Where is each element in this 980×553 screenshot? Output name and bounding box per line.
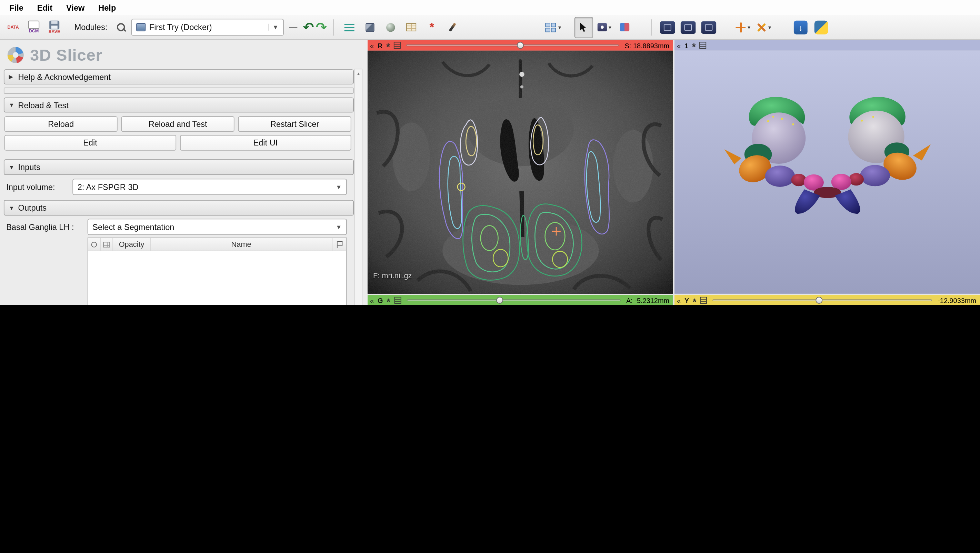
models-icon[interactable] [381, 17, 400, 38]
place-point-icon[interactable]: ▾ [595, 17, 613, 38]
threed-view: « 1 * [675, 40, 980, 294]
tables-icon[interactable] [402, 17, 420, 38]
red-view-label: R [378, 42, 382, 49]
collapse-arrow-icon: ▼ [9, 164, 14, 170]
panel-scrollbar[interactable]: ▲ ▼ [355, 68, 363, 305]
red-slice-canvas[interactable]: F: mri.nii.gz [368, 51, 673, 294]
slicer-window: File Edit View Help DATA DCM SAVE Module… [0, 0, 980, 305]
redo-icon[interactable]: ↷ [316, 21, 327, 33]
opacity-column-header: Opacity [113, 238, 151, 251]
input-volume-select[interactable]: 2: Ax FSPGR 3D ▼ [72, 179, 347, 195]
toolbar-separator [333, 19, 334, 35]
visibility-eye-icon[interactable]: * [387, 299, 390, 304]
green-slice-controller: « G * A: -5.2312mm [368, 295, 673, 305]
section-reload-test[interactable]: ▼ Reload & Test [4, 98, 354, 113]
view-layout: « R * S: 18.8893mm [368, 40, 980, 305]
module-selector[interactable]: First Try (Docker) ▼ [131, 19, 283, 35]
slicer-logo-icon [6, 46, 25, 64]
red-slice-slider[interactable] [406, 42, 619, 49]
menu-file[interactable]: File [2, 3, 30, 12]
extensions-manager-icon[interactable] [791, 17, 810, 38]
load-data-icon[interactable]: DATA [4, 17, 22, 38]
app-logo: 3D Slicer [6, 43, 368, 67]
reload-button[interactable]: Reload [5, 116, 118, 132]
slice-menu-icon[interactable] [394, 297, 401, 304]
view-options-icon[interactable]: * [692, 44, 696, 49]
dicom-icon[interactable]: DCM [24, 17, 43, 38]
table-body-empty[interactable] [88, 251, 347, 305]
slider-handle[interactable] [496, 297, 503, 304]
chevron-down-icon: ▾ [609, 24, 611, 30]
crosshair-icon[interactable]: ▾ [734, 17, 752, 38]
lh-segmentation-table: Opacity Name [88, 238, 347, 305]
edit-button[interactable]: Edit [5, 135, 176, 151]
markups-icon[interactable]: * [422, 17, 441, 38]
reload-and-test-button[interactable]: Reload and Test [121, 116, 234, 132]
pin-icon[interactable]: « [677, 42, 681, 48]
slider-handle[interactable] [816, 297, 823, 304]
flag-column-icon[interactable] [337, 241, 342, 248]
volume-rendering-icon[interactable] [361, 17, 379, 38]
collapse-arrow-icon: ▼ [9, 205, 14, 211]
table-header: Opacity Name [88, 238, 347, 251]
name-column-header: Name [151, 238, 332, 251]
edit-ui-button[interactable]: Edit UI [180, 135, 352, 151]
collapse-arrow-icon: ▶ [9, 74, 14, 80]
green-slice-view: « G * A: -5.2312mm [368, 295, 673, 305]
threed-canvas[interactable] [675, 51, 980, 294]
chevron-down-icon: ▼ [332, 183, 342, 190]
chevron-down-icon: ▼ [332, 223, 342, 230]
pin-icon[interactable]: « [677, 297, 681, 304]
compare-view-icon[interactable] [699, 17, 718, 38]
chevron-down-icon: ▾ [558, 24, 561, 30]
visibility-eye-icon[interactable]: * [386, 44, 390, 49]
axial-mri-render [368, 51, 673, 294]
green-slice-slider[interactable] [407, 297, 621, 304]
module-panel: 3D Slicer ▶ Help & Acknowledgement ▼ Rel… [0, 40, 368, 305]
mouse-interaction-icon[interactable] [574, 17, 593, 38]
section-outputs[interactable]: ▼ Outputs [4, 200, 354, 216]
grid-column-icon[interactable] [103, 242, 110, 247]
red-slice-offset: S: 18.8893mm [625, 42, 670, 49]
python-console-icon[interactable] [812, 17, 830, 38]
windowing-icon[interactable] [616, 17, 634, 38]
chevron-down-icon: ▾ [768, 24, 771, 30]
toolbar-separator [651, 19, 652, 35]
slider-handle[interactable] [517, 42, 524, 49]
undo-icon[interactable]: ↶ [303, 21, 314, 33]
save-icon[interactable]: SAVE [45, 17, 64, 38]
section-inputs[interactable]: ▼ Inputs [4, 159, 354, 175]
editor-brush-icon[interactable] [443, 17, 462, 38]
slice-menu-icon[interactable] [700, 297, 707, 304]
pin-icon[interactable]: « [370, 297, 374, 304]
menu-view[interactable]: View [59, 3, 91, 12]
app-title: 3D Slicer [30, 45, 102, 65]
yellow-slice-controller: « Y * -12.9033mm [675, 295, 980, 305]
yellow-slice-view: « Y * -12.9033mm [675, 295, 980, 305]
chevron-down-icon: ▾ [748, 24, 750, 30]
menu-edit[interactable]: Edit [30, 3, 59, 12]
screen-capture-icon[interactable] [658, 17, 677, 38]
visibility-eye-icon[interactable]: * [693, 299, 697, 304]
collapse-arrow-icon: ▼ [9, 102, 14, 108]
view-menu-icon[interactable] [699, 42, 706, 49]
module-list-icon[interactable] [340, 17, 359, 38]
input-volume-label: Input volume: [6, 182, 72, 191]
green-view-label: G [378, 297, 383, 304]
basal-ganglia-lh-select[interactable]: Select a Segmentation ▼ [88, 219, 347, 235]
pin-icon[interactable]: « [370, 42, 374, 48]
slice-intersections-icon[interactable]: ▾ [754, 17, 773, 38]
module-history-icon[interactable]: — [286, 22, 301, 32]
yellow-view-label: Y [684, 297, 689, 304]
visibility-column-icon[interactable] [91, 242, 97, 247]
slice-menu-icon[interactable] [394, 42, 401, 49]
scene-view-icon[interactable] [679, 17, 697, 38]
restart-slicer-button[interactable]: Restart Slicer [238, 116, 352, 132]
menu-help[interactable]: Help [91, 3, 123, 12]
layout-four-up-icon[interactable]: ▾ [544, 17, 562, 38]
section-help-acknowledgement[interactable]: ▶ Help & Acknowledgement [4, 69, 354, 84]
yellow-slice-offset: -12.9033mm [938, 297, 976, 304]
module-search-icon[interactable] [116, 23, 125, 31]
scroll-up-icon[interactable]: ▲ [355, 69, 362, 77]
yellow-slice-slider[interactable] [713, 297, 932, 304]
